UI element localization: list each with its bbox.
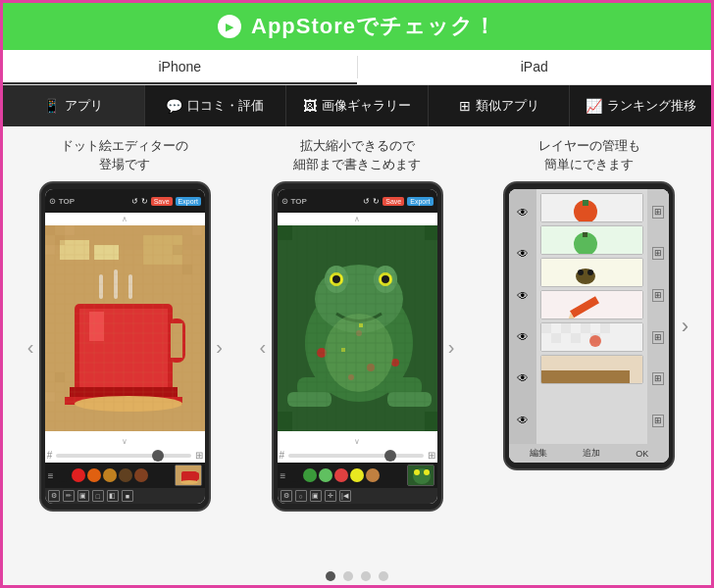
eye-icon-6[interactable]: 👁 <box>517 414 529 427</box>
export-btn2[interactable]: Export <box>407 197 433 206</box>
color-brown2[interactable] <box>134 468 148 482</box>
layer-action-3[interactable]: ⊞ <box>652 289 664 302</box>
layer-thumb-3[interactable] <box>540 258 643 287</box>
color-palette-coffee: ≡ <box>45 463 205 488</box>
undo-btn[interactable]: ↺ <box>131 197 138 206</box>
slider-frog[interactable] <box>288 454 423 458</box>
svg-rect-3 <box>94 245 119 260</box>
layer-action-5[interactable]: ⊞ <box>652 372 664 385</box>
tab-similar[interactable]: ⊞ 類似アプリ <box>429 85 571 126</box>
tool-row-frog: ⚙ ○ ▣ ✛ |◀ <box>278 488 437 504</box>
fill-icon[interactable]: ◧ <box>107 490 119 502</box>
add-label[interactable]: 追加 <box>583 447 600 460</box>
layer-thumb-4[interactable] <box>540 290 643 319</box>
undo-btn2[interactable]: ↺ <box>363 197 370 206</box>
edit-label[interactable]: 編集 <box>530 447 547 460</box>
svg-rect-145 <box>551 333 561 343</box>
pencil-icon[interactable]: ✏ <box>63 490 75 502</box>
svg-rect-63 <box>195 472 199 480</box>
top-label2: ⊙ <box>281 197 288 206</box>
end-icon[interactable]: |◀ <box>339 490 351 502</box>
ok-label[interactable]: OK <box>636 449 648 459</box>
svg-rect-148 <box>581 323 590 333</box>
dot-1[interactable] <box>326 571 335 581</box>
color-black2[interactable] <box>287 468 301 482</box>
svg-rect-144 <box>541 323 551 333</box>
eye-icon-3[interactable]: 👁 <box>517 289 529 303</box>
svg-point-128 <box>414 469 420 475</box>
prev-arrow-frog[interactable]: ‹ <box>260 335 267 358</box>
color-orange[interactable] <box>87 468 101 482</box>
device-tab-ipad[interactable]: iPad <box>358 50 712 84</box>
tab-reviews[interactable]: 💬 口コミ・評価 <box>145 85 287 126</box>
svg-rect-85 <box>425 225 437 240</box>
svg-rect-18 <box>65 225 75 235</box>
dot-3[interactable] <box>361 571 371 581</box>
prev-arrow-coffee[interactable]: ‹ <box>27 335 34 358</box>
svg-rect-24 <box>45 392 55 402</box>
eye-icon-2[interactable]: 👁 <box>517 247 529 261</box>
top-label: ⊙ <box>49 197 56 206</box>
layer-action-2[interactable]: ⊞ <box>652 247 664 260</box>
color-brown[interactable] <box>103 468 117 482</box>
layer-action-4[interactable]: ⊞ <box>652 331 664 344</box>
brush-icon2[interactable]: ▣ <box>310 490 322 502</box>
export-btn[interactable]: Export <box>176 197 201 206</box>
svg-point-139 <box>587 270 593 275</box>
next-arrow-layers[interactable]: › <box>682 314 688 339</box>
move-icon[interactable]: ✛ <box>325 490 336 502</box>
similar-icon: ⊞ <box>459 98 471 114</box>
layer-action-1[interactable]: ⊞ <box>652 206 664 219</box>
settings-icon[interactable]: ⚙ <box>48 490 60 502</box>
gallery-icon: 🖼 <box>303 98 317 114</box>
next-arrow-coffee[interactable]: › <box>216 335 223 358</box>
svg-rect-84 <box>278 225 292 240</box>
phone-frame-coffee: ⊙ TOP ↺ ↻ Save Export ∧ <box>39 181 211 512</box>
color-tan[interactable] <box>366 468 380 482</box>
tab-ranking[interactable]: 📈 ランキング推移 <box>570 85 711 126</box>
select-icon[interactable]: ■ <box>122 490 133 502</box>
layer-thumb-5[interactable] <box>540 322 643 352</box>
color-darkbrown[interactable] <box>119 468 132 482</box>
layer-thumb-2[interactable] <box>540 225 643 255</box>
redo-btn2[interactable]: ↻ <box>373 197 380 206</box>
svg-rect-19 <box>45 245 55 255</box>
next-arrow-frog[interactable]: › <box>448 335 455 358</box>
dot-2[interactable] <box>343 571 353 581</box>
color-black[interactable] <box>56 468 70 482</box>
device-tab-iphone[interactable]: iPhone <box>3 50 357 84</box>
save-btn[interactable]: Save <box>151 197 173 206</box>
dot-4[interactable] <box>379 571 388 581</box>
color-palette-frog: ≡ <box>278 463 437 488</box>
layer-action-6[interactable]: ⊞ <box>652 415 664 427</box>
tab-gallery[interactable]: 🖼 画像ギャラリー <box>286 85 429 126</box>
tab-app[interactable]: 📱 アプリ <box>3 85 145 126</box>
layer-thumb-1[interactable] <box>540 193 643 222</box>
svg-rect-12 <box>99 274 103 299</box>
redo-btn[interactable]: ↻ <box>141 197 148 206</box>
grid-icon2: ⊞ <box>428 450 435 461</box>
coffee-pixel-art <box>45 225 205 431</box>
layer-thumb-6[interactable] <box>540 355 643 384</box>
eye-icon-5[interactable]: 👁 <box>517 371 529 385</box>
color-yellow[interactable] <box>350 468 364 482</box>
save-btn2[interactable]: Save <box>382 197 404 206</box>
svg-rect-22 <box>182 265 192 274</box>
hash-icon2: # <box>280 450 285 461</box>
svg-rect-23 <box>55 372 65 382</box>
color-red2[interactable] <box>334 468 348 482</box>
slider-coffee[interactable] <box>56 454 190 458</box>
color-lightgreen[interactable] <box>319 468 332 482</box>
appstore-banner[interactable]: AppStoreでチェック！ <box>3 3 711 50</box>
ranking-icon: 📈 <box>586 98 602 114</box>
eraser-icon[interactable]: □ <box>92 490 104 502</box>
phone-topbar-frog: ⊙ TOP ↺ ↻ Save Export <box>278 189 437 213</box>
layers-icon2: ≡ <box>280 470 286 481</box>
brush-icon[interactable]: ▣ <box>77 490 89 502</box>
circle-icon[interactable]: ○ <box>295 490 307 502</box>
color-red[interactable] <box>72 468 85 482</box>
eye-icon-4[interactable]: 👁 <box>517 330 529 344</box>
settings-icon2[interactable]: ⚙ <box>280 490 292 502</box>
eye-icon-1[interactable]: 👁 <box>517 206 529 220</box>
color-green[interactable] <box>303 468 317 482</box>
